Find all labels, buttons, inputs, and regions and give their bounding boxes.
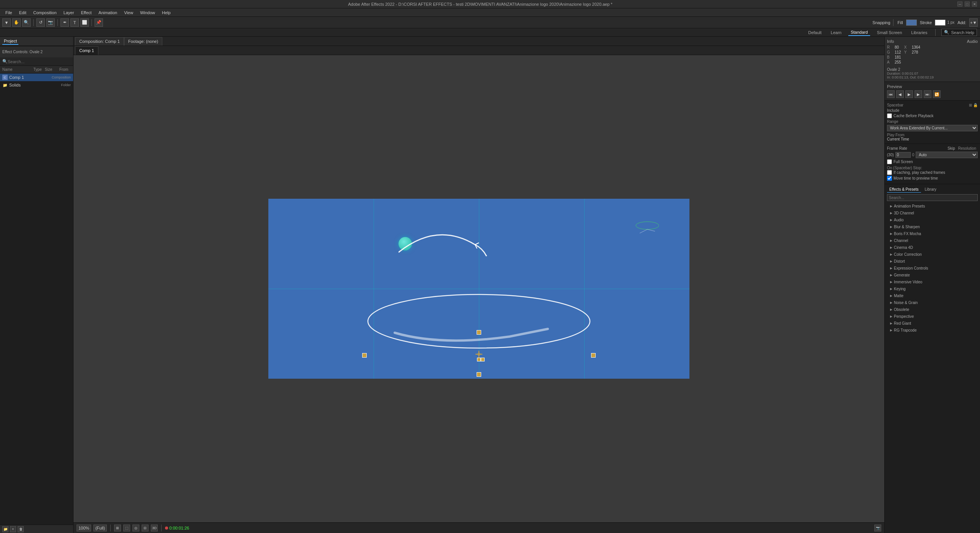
ep-item-channel[interactable]: ▶ Channel [887,237,978,244]
tool-rotate[interactable]: ↺ [36,18,45,27]
preview-next-frame[interactable]: ▶ [915,90,922,98]
stroke-color-swatch[interactable] [935,20,946,26]
comp-tab-footage[interactable]: Footage: (none) [124,37,162,46]
preview-last-frame[interactable]: ⏭ [924,90,931,98]
ep-arrow-4: ▶ [890,225,892,229]
ep-item-blur[interactable]: ▶ Blur & Sharpen [887,223,978,230]
preview-prev-frame[interactable]: ◀ [896,90,904,98]
ep-item-matte[interactable]: ▶ Matte [887,292,978,299]
fullscreen-checkbox[interactable] [887,159,892,164]
comp-viewer[interactable] [74,55,884,522]
info-right: X 1364 Y 278 [904,45,920,65]
menu-animation[interactable]: Animation [95,10,120,16]
workspace-tab-small[interactable]: Small Screen [875,29,904,36]
new-folder-btn[interactable]: 📁 [2,526,8,532]
ep-item-red-giant[interactable]: ▶ Red Giant [887,320,978,327]
ep-item-expression[interactable]: ▶ Expression Controls [887,265,978,271]
project-item-comp1[interactable]: C Comp 1 Composition [0,74,73,81]
move-time-checkbox[interactable] [887,176,892,181]
comp-3d-toggle[interactable]: 3D [151,525,158,531]
workspace-tab-learn[interactable]: Learn [828,29,844,36]
range-select[interactable]: Work Area Extended By Current... [887,125,978,131]
comp-guides-toggle[interactable]: ⊟ [142,525,149,531]
tool-pen[interactable]: ✒ [60,18,69,27]
handle-bottom-right[interactable] [481,358,485,361]
info-color-coords: R 80 G 112 B 181 A 255 [887,45,978,65]
ep-item-noise[interactable]: ▶ Noise & Grain [887,299,978,306]
tool-text[interactable]: T [70,18,79,27]
comp-tab-composition[interactable]: Composition: Comp 1 [75,37,124,46]
ep-item-immersive[interactable]: ▶ Immersive Video [887,278,978,285]
project-item-solids[interactable]: 📁 Solids Folder [0,81,73,89]
tool-camera[interactable]: 📷 [46,18,55,27]
menu-layer[interactable]: Layer [60,10,77,16]
workspace-search[interactable]: 🔍 Search Help [941,29,977,36]
play-from-label: Play From [887,133,978,137]
center-handle[interactable] [475,351,482,358]
viewer-tab-comp1[interactable]: Comp 1 [75,46,98,55]
cache-checkbox[interactable] [887,113,892,118]
ep-tab-library[interactable]: Library [923,186,939,193]
ep-item-cinema4d[interactable]: ▶ Cinema 4D [887,244,978,251]
workspace-tab-default[interactable]: Default [806,29,824,36]
ep-item-keying[interactable]: ▶ Keying [887,285,978,292]
ep-search-input[interactable] [889,196,976,200]
delete-btn[interactable]: 🗑 [18,526,24,532]
close-button[interactable]: ✕ [972,2,977,7]
handle-left[interactable] [362,353,367,358]
ep-item-boris[interactable]: ▶ Boris FX Mocha [887,230,978,237]
handle-top[interactable] [477,330,481,335]
ep-tab-effects[interactable]: Effects & Presets [887,186,921,193]
ep-item-rg-trapcode[interactable]: ▶ RG Trapcode [887,327,978,334]
handle-bottom[interactable] [477,372,481,377]
handle-bottom-left[interactable] [477,358,481,361]
preview-play[interactable]: ▶ [905,90,913,98]
ep-arrow-11: ▶ [890,273,892,277]
new-comp-btn[interactable]: + [10,526,16,532]
ep-item-distort[interactable]: ▶ Distort [887,258,978,265]
framerate-input[interactable] [895,152,911,158]
caching-checkbox[interactable] [887,170,892,175]
ep-item-color-correction[interactable]: ▶ Color Correction [887,251,978,258]
ep-item-perspective[interactable]: ▶ Perspective [887,313,978,320]
menu-composition[interactable]: Composition [30,10,60,16]
ep-item-animation-presets[interactable]: ▶ Animation Presets [887,203,978,209]
col-name: Name [2,67,13,72]
add-dropdown[interactable]: +▼ [969,18,978,27]
handle-right[interactable] [591,353,596,358]
panel-tab-project[interactable]: Project [2,38,18,45]
tool-shape[interactable]: ⬜ [80,18,89,27]
workspace-tab-libraries[interactable]: Libraries [909,29,929,36]
workspace-tab-standard[interactable]: Standard [848,29,870,36]
project-item-solids-type: Folder [61,83,71,87]
preview-loop[interactable]: 🔁 [933,90,941,98]
auto-select[interactable]: Auto [916,152,978,158]
ep-item-generate[interactable]: ▶ Generate [887,271,978,278]
search-icon-project: 🔍 [2,59,8,64]
quality-select[interactable]: (Full) [93,525,107,531]
menu-file[interactable]: File [2,10,15,16]
menu-window[interactable]: Window [137,10,158,16]
preview-first-frame[interactable]: ⏮ [887,90,895,98]
menu-edit[interactable]: Edit [16,10,29,16]
comp-grid-toggle[interactable]: ⊞ [114,525,121,531]
comp-motion-toggle[interactable]: ◎ [132,525,139,531]
menu-view[interactable]: View [121,10,136,16]
snapshot-btn[interactable]: 📷 [874,525,881,531]
tool-puppet[interactable]: 📌 [95,18,103,27]
project-search-input[interactable] [8,59,71,64]
ep-item-audio[interactable]: ▶ Audio [887,216,978,223]
tool-hand[interactable]: ✋ [12,18,21,27]
menu-help[interactable]: Help [159,10,174,16]
tool-select[interactable]: ▼ [2,18,11,27]
ep-item-obsolete[interactable]: ▶ Obsolete [887,306,978,313]
ep-item-3d-channel[interactable]: ▶ 3D Channel [887,209,978,216]
restore-button[interactable]: □ [965,2,970,7]
menu-effect[interactable]: Effect [78,10,95,16]
zoom-select[interactable]: 100% [77,525,91,531]
fill-color-swatch[interactable] [906,20,917,26]
comp-mask-toggle[interactable]: ⬚ [123,525,130,531]
tool-zoom[interactable]: 🔍 [22,18,31,27]
toolbar-separator-4 [893,19,893,26]
minimize-button[interactable]: ─ [957,2,962,7]
